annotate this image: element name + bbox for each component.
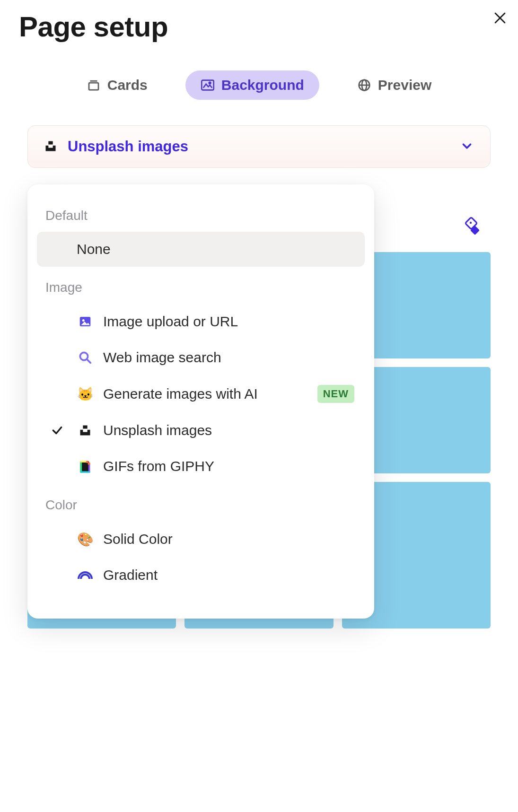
unsplash-icon: [44, 140, 57, 154]
palette-icon: 🎨: [77, 531, 94, 548]
tab-cards-label: Cards: [107, 77, 148, 93]
svg-rect-22: [80, 461, 87, 462]
close-button[interactable]: [491, 9, 509, 27]
background-source-selector[interactable]: Unsplash images: [27, 125, 491, 168]
background-icon: [201, 78, 215, 92]
dropdown-group-default: Default: [36, 201, 366, 232]
search-icon: [77, 349, 94, 366]
unsplash-icon: [77, 422, 94, 439]
dropdown-item-label: GIFs from GIPHY: [103, 458, 354, 474]
svg-rect-12: [470, 226, 480, 235]
dropdown-item-label: Web image search: [103, 349, 354, 366]
svg-point-5: [209, 82, 211, 84]
dropdown-group-color: Color: [36, 491, 366, 521]
page-title: Page setup: [0, 0, 518, 43]
cards-icon: [87, 78, 101, 92]
svg-rect-24: [88, 463, 90, 465]
chevron-down-icon: [460, 139, 474, 155]
dropdown-item-unsplash[interactable]: Unsplash images: [37, 412, 365, 448]
dropdown-item-label: Solid Color: [103, 531, 354, 547]
dropdown-item-label: None: [77, 241, 354, 257]
svg-point-14: [82, 319, 85, 322]
dropdown-item-generate-ai[interactable]: 🐱 Generate images with AI NEW: [37, 375, 365, 412]
svg-rect-21: [80, 471, 90, 472]
tabs-container: Cards Background Preview: [0, 43, 518, 100]
close-icon: [493, 11, 507, 25]
tab-background[interactable]: Background: [185, 70, 319, 100]
svg-line-16: [87, 359, 90, 363]
dropdown-item-label: Generate images with AI: [103, 386, 308, 402]
dropdown-item-label: Unsplash images: [103, 422, 354, 438]
tab-background-label: Background: [221, 77, 304, 93]
svg-rect-20: [88, 463, 90, 472]
ai-cat-icon: 🐱: [77, 385, 94, 402]
svg-point-11: [470, 222, 472, 224]
dropdown-item-gifs[interactable]: GIFs from GIPHY: [37, 448, 365, 484]
dropdown-group-image: Image: [36, 273, 366, 304]
checkmark-icon: [47, 424, 67, 437]
preview-icon: [357, 78, 371, 92]
image-icon: [77, 313, 94, 330]
svg-rect-19: [80, 462, 82, 472]
adjust-colors-icon[interactable]: [461, 216, 480, 235]
tab-cards[interactable]: Cards: [71, 70, 163, 100]
dropdown-item-image-upload[interactable]: Image upload or URL: [37, 304, 365, 340]
dropdown-item-label: Gradient: [103, 567, 354, 583]
tab-preview[interactable]: Preview: [342, 70, 447, 100]
giphy-icon: [77, 458, 94, 475]
dropdown-item-web-search[interactable]: Web image search: [37, 340, 365, 375]
svg-rect-17: [83, 426, 87, 429]
svg-rect-9: [48, 141, 53, 144]
gradient-icon: [77, 567, 94, 584]
background-source-dropdown: Default None Image Image upload or URL W…: [27, 184, 374, 619]
new-badge: NEW: [317, 385, 354, 403]
dropdown-item-gradient[interactable]: Gradient: [37, 557, 365, 593]
dropdown-item-none[interactable]: None: [37, 232, 365, 267]
dropdown-item-solid-color[interactable]: 🎨 Solid Color: [37, 521, 365, 557]
tab-preview-label: Preview: [378, 77, 431, 93]
selector-current-label: Unsplash images: [68, 138, 449, 155]
svg-rect-2: [89, 83, 98, 90]
dropdown-item-label: Image upload or URL: [103, 314, 354, 330]
